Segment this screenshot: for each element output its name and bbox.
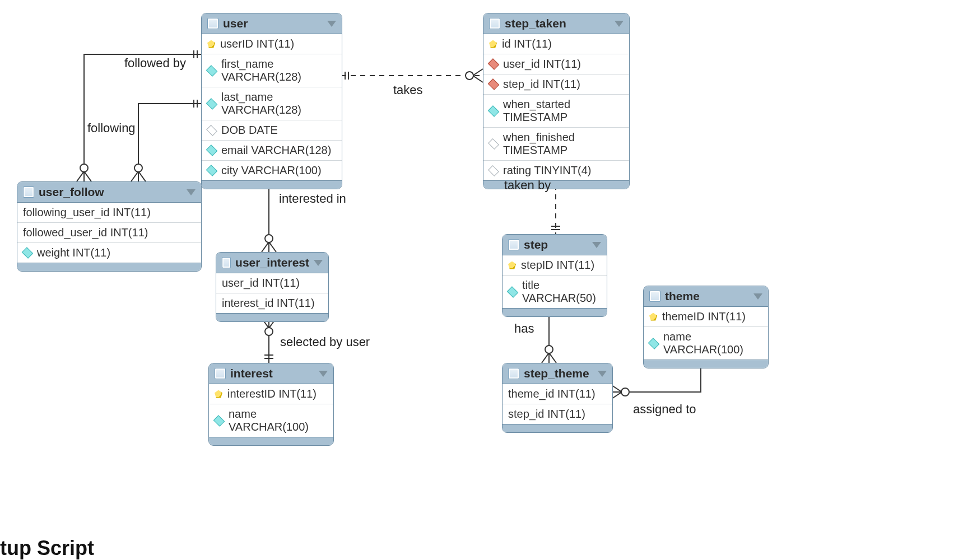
entity-user-follow[interactable]: user_follow following_user_id INT(11) fo… bbox=[17, 181, 202, 272]
entity-footer bbox=[644, 360, 768, 368]
entity-step-taken[interactable]: step_taken id INT(11) user_id INT(11) st… bbox=[483, 13, 630, 189]
column-text: interestID INT(11) bbox=[227, 388, 317, 400]
entity-header: user_interest bbox=[216, 253, 328, 273]
entity-user-interest[interactable]: user_interest user_id INT(11) interest_i… bbox=[216, 252, 329, 322]
chevron-down-icon[interactable] bbox=[327, 21, 336, 27]
entity-step-theme[interactable]: step_theme theme_id INT(11) step_id INT(… bbox=[502, 363, 613, 433]
table-icon bbox=[508, 368, 519, 379]
diamond-icon bbox=[206, 165, 218, 176]
diamond-icon bbox=[648, 338, 660, 349]
column-text: interest_id INT(11) bbox=[222, 297, 315, 310]
entity-title: user bbox=[223, 17, 248, 30]
svg-point-3 bbox=[265, 235, 273, 242]
table-icon bbox=[222, 257, 231, 268]
column-text: rating TINYINT(4) bbox=[503, 164, 591, 177]
column-row: city VARCHAR(100) bbox=[202, 161, 342, 180]
column-row: when_started TIMESTAMP bbox=[483, 95, 629, 128]
fk-icon bbox=[488, 58, 500, 70]
column-text: when_finished TIMESTAMP bbox=[503, 131, 624, 157]
column-text: city VARCHAR(100) bbox=[221, 164, 322, 177]
label-assigned-to: assigned to bbox=[633, 402, 696, 417]
label-interested-in: interested in bbox=[279, 192, 346, 206]
diamond-icon bbox=[206, 125, 217, 136]
label-taken-by: taken by bbox=[504, 178, 551, 193]
chevron-down-icon[interactable] bbox=[598, 371, 607, 377]
column-list: user_id INT(11) interest_id INT(11) bbox=[216, 273, 328, 313]
diamond-icon bbox=[22, 247, 34, 259]
diamond-icon bbox=[213, 415, 225, 427]
column-text: stepID INT(11) bbox=[521, 259, 594, 272]
table-icon bbox=[508, 239, 519, 250]
column-row: user_id INT(11) bbox=[483, 54, 629, 74]
entity-step[interactable]: step stepID INT(11) title VARCHAR(50) bbox=[502, 234, 607, 317]
pk-icon bbox=[207, 40, 215, 48]
svg-point-4 bbox=[265, 328, 273, 335]
table-icon bbox=[489, 18, 500, 29]
svg-point-2 bbox=[466, 72, 473, 80]
pk-icon bbox=[215, 390, 222, 398]
column-text: name VARCHAR(100) bbox=[229, 408, 328, 433]
entity-theme[interactable]: theme themeID INT(11) name VARCHAR(100) bbox=[643, 286, 769, 368]
entity-footer bbox=[17, 263, 201, 271]
column-row: rating TINYINT(4) bbox=[483, 161, 629, 180]
column-list: following_user_id INT(11) followed_user_… bbox=[17, 203, 201, 263]
entity-title: user_follow bbox=[39, 185, 104, 199]
entity-footer bbox=[209, 437, 333, 445]
entity-interest[interactable]: interest interestID INT(11) name VARCHAR… bbox=[208, 363, 334, 446]
svg-point-6 bbox=[545, 346, 553, 353]
column-row: step_id INT(11) bbox=[483, 74, 629, 95]
pk-icon bbox=[508, 262, 516, 269]
entity-header: user bbox=[202, 13, 342, 34]
column-row: weight INT(11) bbox=[17, 243, 201, 263]
svg-point-1 bbox=[134, 164, 142, 172]
column-row: when_finished TIMESTAMP bbox=[483, 128, 629, 161]
chevron-down-icon[interactable] bbox=[319, 371, 328, 377]
column-text: DOB DATE bbox=[221, 124, 278, 137]
column-text: id INT(11) bbox=[502, 38, 552, 50]
column-text: last_name VARCHAR(128) bbox=[221, 91, 336, 116]
diamond-icon bbox=[488, 138, 499, 150]
column-row: themeID INT(11) bbox=[644, 307, 768, 327]
chevron-down-icon[interactable] bbox=[314, 260, 323, 266]
chevron-down-icon[interactable] bbox=[753, 293, 762, 300]
entity-user[interactable]: user userID INT(11) first_name VARCHAR(1… bbox=[201, 13, 342, 189]
column-list: stepID INT(11) title VARCHAR(50) bbox=[503, 255, 607, 308]
column-text: user_id INT(11) bbox=[222, 277, 300, 290]
column-text: following_user_id INT(11) bbox=[23, 206, 151, 219]
column-list: userID INT(11) first_name VARCHAR(128) l… bbox=[202, 34, 342, 180]
entity-header: user_follow bbox=[17, 182, 201, 203]
column-row: user_id INT(11) bbox=[216, 273, 328, 293]
column-text: followed_user_id INT(11) bbox=[23, 226, 148, 239]
table-icon bbox=[649, 291, 660, 302]
column-row: email VARCHAR(128) bbox=[202, 141, 342, 161]
chevron-down-icon[interactable] bbox=[615, 21, 624, 27]
chevron-down-icon[interactable] bbox=[592, 242, 601, 248]
column-row: id INT(11) bbox=[483, 34, 629, 54]
column-text: themeID INT(11) bbox=[662, 310, 746, 323]
column-row: following_user_id INT(11) bbox=[17, 203, 201, 223]
column-text: email VARCHAR(128) bbox=[221, 144, 331, 157]
diamond-icon bbox=[507, 286, 519, 298]
entity-header: theme bbox=[644, 286, 768, 307]
entity-footer bbox=[216, 313, 328, 321]
diamond-icon bbox=[206, 144, 218, 156]
column-text: weight INT(11) bbox=[37, 246, 110, 259]
pk-icon bbox=[489, 40, 497, 48]
entity-header: step bbox=[503, 235, 607, 255]
entity-header: step_taken bbox=[483, 13, 629, 34]
diamond-icon bbox=[488, 165, 499, 176]
entity-footer bbox=[503, 308, 607, 316]
entity-title: step_theme bbox=[524, 367, 589, 380]
svg-point-7 bbox=[621, 388, 629, 396]
entity-title: user_interest bbox=[235, 256, 309, 269]
entity-title: step_taken bbox=[505, 17, 566, 30]
entity-title: interest bbox=[230, 367, 273, 380]
chevron-down-icon[interactable] bbox=[187, 189, 196, 195]
table-icon bbox=[23, 186, 34, 198]
svg-point-0 bbox=[80, 164, 88, 172]
column-text: first_name VARCHAR(128) bbox=[221, 58, 336, 83]
column-text: title VARCHAR(50) bbox=[522, 279, 601, 305]
entity-title: theme bbox=[665, 290, 700, 303]
diamond-icon bbox=[488, 105, 500, 117]
label-has: has bbox=[514, 321, 534, 336]
